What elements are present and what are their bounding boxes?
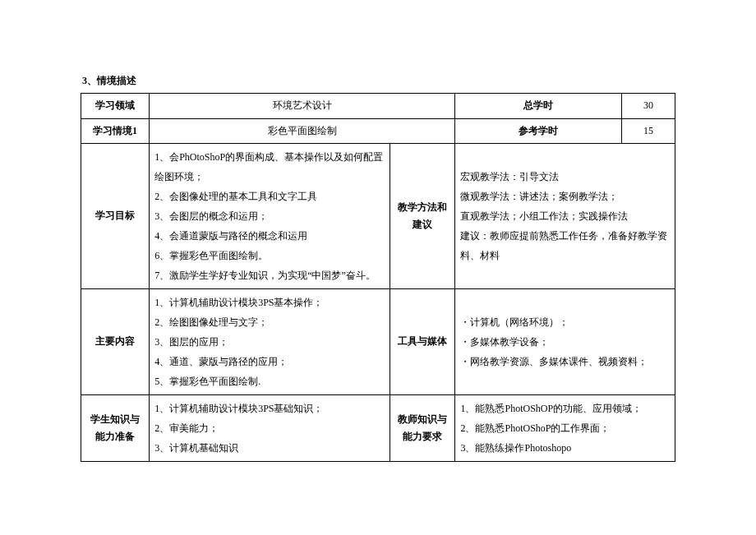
row0-left-items: 1、会PhOtoShoP的界面构成、基本操作以及如何配置绘图环境；2、会图像处理… bbox=[150, 144, 390, 289]
header-key-4: 参考学时 bbox=[455, 118, 621, 144]
content-row-1: 主要内容 1、计算机辅助设计模块3PS基本操作；2、绘图图像处理与文字；3、图层… bbox=[81, 289, 675, 395]
row2-left-label: 学生知识与能力准备 bbox=[81, 395, 150, 462]
section-title: 3、情境描述 bbox=[82, 74, 675, 88]
header-row-1: 学习领域 环境艺术设计 总学时 30 bbox=[81, 94, 675, 119]
header-key-3: 学习情境1 bbox=[81, 118, 150, 144]
row2-right-items: 1、能熟悉PhotOShOP的功能、应用领域；2、能熟悉PhotOShoP的工作… bbox=[455, 395, 675, 462]
row2-mid-label: 教师知识与能力要求 bbox=[390, 395, 455, 462]
row0-left-label: 学习目标 bbox=[81, 144, 150, 289]
row1-right-items: ・计算机（网络环境）；・多媒体教学设备；・网络教学资源、多媒体课件、视频资料； bbox=[455, 289, 675, 395]
header-val-4: 15 bbox=[621, 118, 675, 144]
row1-left-items: 1、计算机辅助设计模块3PS基本操作；2、绘图图像处理与文字；3、图层的应用；4… bbox=[150, 289, 390, 395]
header-val-1: 环境艺术设计 bbox=[150, 94, 455, 119]
row2-left-items: 1、计算机辅助设计模块3PS基础知识；2、审美能力；3、计算机基础知识 bbox=[150, 395, 390, 462]
row1-mid-label: 工具与媒体 bbox=[390, 289, 455, 395]
content-row-0: 学习目标 1、会PhOtoShoP的界面构成、基本操作以及如何配置绘图环境；2、… bbox=[81, 144, 675, 289]
header-val-3: 彩色平面图绘制 bbox=[150, 118, 455, 144]
header-key-2: 总学时 bbox=[455, 94, 621, 119]
row0-mid-label: 教学方法和建议 bbox=[390, 144, 455, 289]
header-row-2: 学习情境1 彩色平面图绘制 参考学时 15 bbox=[81, 118, 675, 144]
curriculum-table: 学习领域 环境艺术设计 总学时 30 学习情境1 彩色平面图绘制 参考学时 15… bbox=[81, 93, 675, 462]
header-val-2: 30 bbox=[621, 94, 675, 119]
header-key-1: 学习领域 bbox=[81, 94, 150, 119]
row0-right-items: 宏观教学法：引导文法微观教学法：讲述法；案例教学法；直观教学法；小组工作法；实践… bbox=[455, 144, 675, 289]
content-row-2: 学生知识与能力准备 1、计算机辅助设计模块3PS基础知识；2、审美能力；3、计算… bbox=[81, 395, 675, 462]
row1-left-label: 主要内容 bbox=[81, 289, 150, 395]
